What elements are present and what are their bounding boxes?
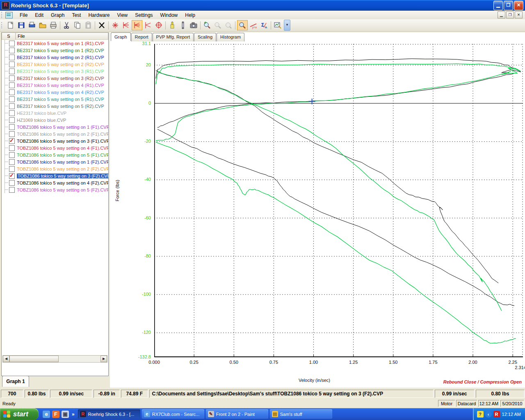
restore-button[interactable]: ❐ xyxy=(504,1,513,10)
file-checkbox[interactable] xyxy=(9,131,15,137)
roehrig-tray-icon[interactable]: R xyxy=(493,411,500,418)
file-row[interactable]: ✓TOBZ1086 tokico 5 way setting on 3 (F2)… xyxy=(2,172,108,179)
file-name[interactable]: BE2317 tokico 5 way setting on 2 (R2).CV… xyxy=(17,62,105,67)
file-name[interactable]: BE2317 tokico 5 way setting on 4 (R2).CV… xyxy=(17,90,105,95)
print-preview-icon[interactable] xyxy=(27,21,37,30)
menu-test[interactable]: Test xyxy=(68,11,84,19)
menu-help[interactable]: Help xyxy=(181,11,199,19)
file-row[interactable]: BE2317 tokico 5 way setting on 2 (R2).CV… xyxy=(2,61,108,68)
file-name[interactable]: BE2317 tokico 5 way setting on 4 (R1).CV… xyxy=(17,83,105,88)
file-name[interactable]: BE2317 tokico 5 way setting on 5 (R1).CV… xyxy=(17,97,105,102)
paste-icon[interactable] xyxy=(83,21,93,30)
file-name[interactable]: TOBZ1086 tokico 5 way setting on 3 (F2).… xyxy=(17,173,108,178)
file-row[interactable]: BE2317 tokico 5 way setting on 5 (R1).CV… xyxy=(2,96,108,103)
file-name[interactable]: TOBZ1086 tokico 5 way setting on 4 (F1).… xyxy=(17,146,108,151)
mdi-restore-button[interactable]: ❐ xyxy=(506,11,514,18)
circle-cursor-icon[interactable] xyxy=(154,21,164,30)
column-header-file[interactable]: File xyxy=(16,33,108,40)
file-checkbox[interactable] xyxy=(9,75,15,81)
taskbar-button-sam-s-stuff[interactable]: ▤Sam's stuff xyxy=(270,409,332,419)
menu-edit[interactable]: Edit xyxy=(31,11,47,19)
average-curves-icon[interactable] xyxy=(132,20,142,30)
menu-window[interactable]: Window xyxy=(157,11,182,19)
file-checkbox[interactable] xyxy=(9,68,15,74)
file-checkbox[interactable] xyxy=(9,187,15,193)
hide-icons-chevron[interactable]: ‹ xyxy=(485,411,492,418)
file-checkbox[interactable] xyxy=(9,82,15,88)
firefox-icon[interactable]: F xyxy=(52,411,59,418)
file-row[interactable]: BE2317 tokico 5 way setting on 1 (R1).CV… xyxy=(2,40,108,47)
file-name[interactable]: HE2317 tokico blue.CVP xyxy=(17,111,67,116)
copy-icon[interactable] xyxy=(73,21,82,30)
crosshair-graph-icon[interactable] xyxy=(110,21,120,30)
file-checkbox[interactable] xyxy=(9,110,15,116)
file-row[interactable]: TOBZ1086 tokico 5 way setting on 5 (F1).… xyxy=(2,151,108,158)
menu-hardware[interactable]: Hardware xyxy=(84,11,113,19)
scroll-right-arrow[interactable]: ▶ xyxy=(100,356,107,362)
file-row[interactable]: BE2317 tokico 5 way setting on 2 (R1).CV… xyxy=(2,54,108,61)
print-icon[interactable] xyxy=(48,21,58,30)
mdi-close-button[interactable]: ✕ xyxy=(515,11,523,18)
expand-curves-icon[interactable] xyxy=(143,21,153,30)
file-name[interactable]: BE2317 tokico 5 way setting on 1 (R1).CV… xyxy=(17,41,105,46)
tab-pvp-mfg-report[interactable]: PVP Mfg. Report xyxy=(153,33,194,41)
file-checkbox[interactable] xyxy=(9,152,15,158)
statistics-icon[interactable]: Σn xyxy=(259,21,269,30)
file-row[interactable]: HE2317 tokico blue.CVP xyxy=(2,110,108,116)
file-name[interactable]: TOBZ1086 tokico 5 way setting on 2 (F1).… xyxy=(17,132,108,137)
file-row[interactable]: BE2317 tokico 5 way setting on 4 (R2).CV… xyxy=(2,89,108,96)
close-button[interactable]: ✕ xyxy=(514,1,523,10)
file-checkbox[interactable]: ✓ xyxy=(9,138,15,144)
file-checkbox[interactable] xyxy=(9,89,15,95)
zoom-out-icon[interactable] xyxy=(213,21,223,30)
compress-curves-icon[interactable] xyxy=(121,21,131,30)
show-desktop-icon[interactable]: ▣ xyxy=(62,411,69,418)
file-row[interactable]: BE2317 tokico 5 way setting on 4 (R1).CV… xyxy=(2,82,108,89)
file-name[interactable]: TOBZ1086 tokico 5 way setting on 1 (F1).… xyxy=(17,125,108,130)
file-name[interactable]: TOBZ1086 tokico 5 way setting on 5 (F1).… xyxy=(17,153,108,158)
file-name[interactable]: TOBZ1086 tokico 5 way setting on 5 (F2).… xyxy=(17,187,108,192)
more-icon[interactable]: » xyxy=(72,411,75,417)
shock-travel-icon[interactable] xyxy=(178,21,188,30)
file-name[interactable]: HZ1069 tokico blue.CVP xyxy=(17,118,67,123)
file-name[interactable]: TOBZ1086 tokico 5 way setting on 4 (F2).… xyxy=(17,180,108,185)
scrollbar-track[interactable] xyxy=(59,356,100,362)
file-row[interactable]: TOBZ1086 tokico 5 way setting on 4 (F1).… xyxy=(2,144,108,151)
taskbar-button-front-2-on-2-paint[interactable]: ✎Front 2 on 2 - Paint xyxy=(206,409,268,419)
file-checkbox[interactable] xyxy=(9,180,15,186)
file-name[interactable]: BE2317 tokico 5 way setting on 2 (R1).CV… xyxy=(17,55,105,60)
file-checkbox[interactable] xyxy=(9,145,15,151)
file-row[interactable]: ✓TOBZ1086 tokico 5 way setting on 3 (F1)… xyxy=(2,137,108,144)
file-row[interactable]: TOBZ1086 tokico 5 way setting on 2 (F2).… xyxy=(2,165,108,172)
internet-explorer-icon[interactable]: e xyxy=(43,411,50,418)
snapshot-icon[interactable] xyxy=(189,21,199,30)
file-row[interactable]: TOBZ1086 tokico 5 way setting on 4 (F2).… xyxy=(2,179,108,186)
menu-view[interactable]: View xyxy=(113,11,131,19)
tab-histogram[interactable]: Histogram xyxy=(217,33,244,41)
file-checkbox[interactable] xyxy=(9,159,15,165)
mdi-minimize-button[interactable]: ▁ xyxy=(498,11,505,18)
scrollbar-thumb[interactable] xyxy=(9,356,59,362)
column-header-s[interactable]: S xyxy=(2,33,16,40)
file-name[interactable]: BE2317 tokico 5 way setting on 1 (R2).CV… xyxy=(17,48,105,53)
open-folder-icon[interactable] xyxy=(38,21,48,30)
export-graph-icon[interactable] xyxy=(273,21,283,30)
tab-scaling[interactable]: Scaling xyxy=(194,33,216,41)
file-name[interactable]: TOBZ1086 tokico 5 way setting on 3 (F1).… xyxy=(17,139,108,144)
file-checkbox[interactable]: ✓ xyxy=(9,173,15,179)
file-name[interactable]: BE2317 tokico 5 way setting on 3 (R1).CV… xyxy=(17,69,105,74)
file-row[interactable]: BE2317 tokico 5 way setting on 3 (R2).CV… xyxy=(2,75,108,82)
file-name[interactable]: BE2317 tokico 5 way setting on 3 (R2).CV… xyxy=(17,76,105,81)
file-row[interactable]: TOBZ1086 tokico 5 way setting on 5 (F2).… xyxy=(2,186,108,193)
minimize-button[interactable]: ▁ xyxy=(493,1,503,10)
shock-absorber-icon[interactable] xyxy=(167,21,177,30)
horizontal-scrollbar[interactable]: ◀ ▶ xyxy=(2,355,107,363)
scroll-left-arrow[interactable]: ◀ xyxy=(3,356,9,362)
zoom-window-icon[interactable] xyxy=(224,21,233,30)
menu-file[interactable]: File xyxy=(16,11,31,19)
file-checkbox[interactable] xyxy=(9,96,15,102)
start-button[interactable]: start xyxy=(0,408,39,420)
file-checkbox[interactable] xyxy=(9,41,15,46)
file-checkbox[interactable] xyxy=(9,103,15,109)
taskbar-button-rx7club-com-searc-[interactable]: eRX7Club.com - Searc... xyxy=(142,409,204,419)
